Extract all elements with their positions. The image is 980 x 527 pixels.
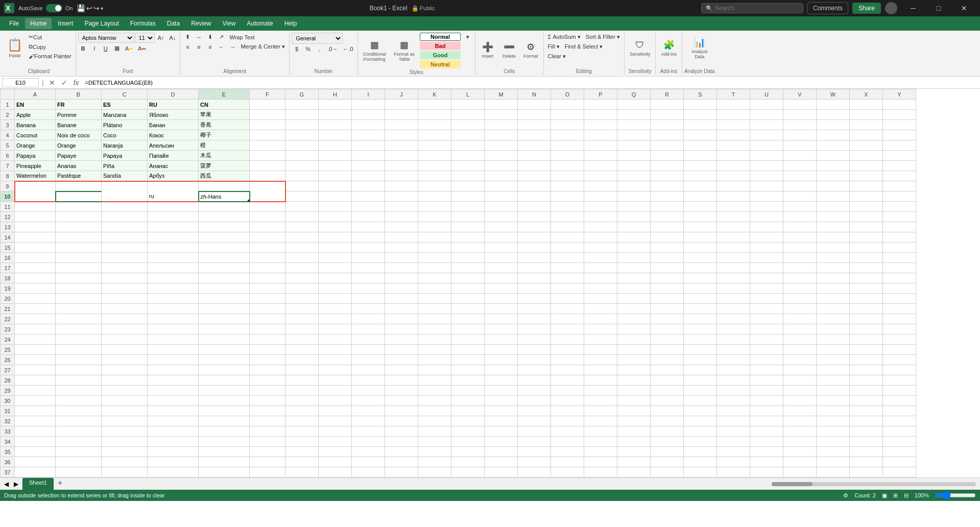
- cell-W11[interactable]: [817, 202, 850, 212]
- cell-V22[interactable]: [783, 314, 817, 324]
- cell-E7[interactable]: 菠萝: [199, 161, 250, 171]
- cell-H24[interactable]: [319, 334, 352, 345]
- cell-V36[interactable]: [783, 457, 817, 467]
- cell-M29[interactable]: [485, 386, 518, 396]
- cell-C13[interactable]: [102, 222, 148, 232]
- cell-S34[interactable]: [684, 437, 717, 447]
- col-header-G[interactable]: G: [285, 89, 319, 100]
- cell-P5[interactable]: [584, 140, 617, 151]
- bad-style[interactable]: Bad: [420, 42, 461, 50]
- cell-P27[interactable]: [584, 365, 617, 375]
- cell-S29[interactable]: [684, 386, 717, 396]
- cell-O29[interactable]: [551, 386, 584, 396]
- cell-V11[interactable]: [783, 202, 817, 212]
- menu-home[interactable]: Home: [25, 18, 52, 29]
- menu-insert[interactable]: Insert: [53, 18, 78, 29]
- cell-H26[interactable]: [319, 355, 352, 365]
- cell-N28[interactable]: [518, 375, 551, 386]
- cell-K13[interactable]: [418, 222, 451, 232]
- cell-I5[interactable]: [352, 140, 385, 151]
- cell-J31[interactable]: [385, 406, 418, 416]
- cell-E29[interactable]: [199, 386, 250, 396]
- cell-X8[interactable]: [850, 171, 883, 181]
- cell-X19[interactable]: [850, 283, 883, 294]
- cell-I1[interactable]: [352, 100, 385, 110]
- cell-P16[interactable]: [584, 253, 617, 263]
- menu-formulas[interactable]: Formulas: [125, 18, 161, 29]
- cell-L14[interactable]: [451, 232, 485, 243]
- cell-R28[interactable]: [651, 375, 684, 386]
- share-button[interactable]: Share: [852, 3, 881, 14]
- increase-decimal-button[interactable]: .0→: [325, 45, 340, 53]
- cell-S2[interactable]: [684, 110, 717, 120]
- cell-E23[interactable]: [199, 324, 250, 334]
- cell-U36[interactable]: [750, 457, 783, 467]
- next-sheet-button[interactable]: ▶: [12, 481, 20, 488]
- cell-D19[interactable]: [148, 283, 199, 294]
- cell-E27[interactable]: [199, 365, 250, 375]
- cell-X29[interactable]: [850, 386, 883, 396]
- row-num-10[interactable]: 10: [1, 191, 15, 202]
- cell-G31[interactable]: [285, 406, 319, 416]
- cell-X17[interactable]: [850, 263, 883, 273]
- cell-U34[interactable]: [750, 437, 783, 447]
- col-header-H[interactable]: H: [319, 89, 352, 100]
- cell-E15[interactable]: [199, 243, 250, 253]
- cell-C12[interactable]: [102, 212, 148, 222]
- cell-C15[interactable]: [102, 243, 148, 253]
- cell-I19[interactable]: [352, 283, 385, 294]
- cell-G3[interactable]: [285, 120, 319, 130]
- italic-button[interactable]: I: [89, 44, 100, 53]
- cell-C34[interactable]: [102, 437, 148, 447]
- cell-E8[interactable]: 西瓜: [199, 171, 250, 181]
- good-style[interactable]: Good: [420, 51, 461, 59]
- cell-Y8[interactable]: [883, 171, 916, 181]
- cell-N4[interactable]: [518, 130, 551, 140]
- cell-P28[interactable]: [584, 375, 617, 386]
- cell-E36[interactable]: [199, 457, 250, 467]
- cell-G2[interactable]: [285, 110, 319, 120]
- cell-Y33[interactable]: [883, 426, 916, 437]
- cell-O8[interactable]: [551, 171, 584, 181]
- cell-P36[interactable]: [584, 457, 617, 467]
- cell-M16[interactable]: [485, 253, 518, 263]
- cell-T6[interactable]: [717, 151, 750, 161]
- cell-D27[interactable]: [148, 365, 199, 375]
- cell-U16[interactable]: [750, 253, 783, 263]
- cell-W1[interactable]: [817, 100, 850, 110]
- cell-T35[interactable]: [717, 447, 750, 457]
- cell-O2[interactable]: [551, 110, 584, 120]
- cell-K18[interactable]: [418, 273, 451, 283]
- cell-H32[interactable]: [319, 416, 352, 426]
- cell-N34[interactable]: [518, 437, 551, 447]
- cell-P1[interactable]: [584, 100, 617, 110]
- cell-H13[interactable]: [319, 222, 352, 232]
- border-button[interactable]: ▦: [112, 44, 122, 53]
- cell-Y23[interactable]: [883, 324, 916, 334]
- menu-view[interactable]: View: [218, 18, 241, 29]
- cell-C37[interactable]: [102, 467, 148, 477]
- cell-U7[interactable]: [750, 161, 783, 171]
- cell-F5[interactable]: [250, 140, 285, 151]
- cell-P24[interactable]: [584, 334, 617, 345]
- cell-D21[interactable]: [148, 304, 199, 314]
- cell-V25[interactable]: [783, 345, 817, 355]
- cell-O7[interactable]: [551, 161, 584, 171]
- cell-X12[interactable]: [850, 212, 883, 222]
- cell-A30[interactable]: [15, 396, 56, 406]
- cell-D3[interactable]: Банан: [148, 120, 199, 130]
- cell-T28[interactable]: [717, 375, 750, 386]
- row-num-4[interactable]: 4: [1, 130, 15, 140]
- cell-L12[interactable]: [451, 212, 485, 222]
- cell-Q2[interactable]: [617, 110, 651, 120]
- cell-R11[interactable]: [651, 202, 684, 212]
- row-num-25[interactable]: 25: [1, 345, 15, 355]
- indent-decrease-button[interactable]: ←: [216, 43, 226, 51]
- cell-B12[interactable]: [56, 212, 102, 222]
- cell-T31[interactable]: [717, 406, 750, 416]
- cell-T21[interactable]: [717, 304, 750, 314]
- cell-O18[interactable]: [551, 273, 584, 283]
- cell-I31[interactable]: [352, 406, 385, 416]
- cell-F8[interactable]: [250, 171, 285, 181]
- addins-button[interactable]: 🧩 Add-ins: [658, 33, 680, 63]
